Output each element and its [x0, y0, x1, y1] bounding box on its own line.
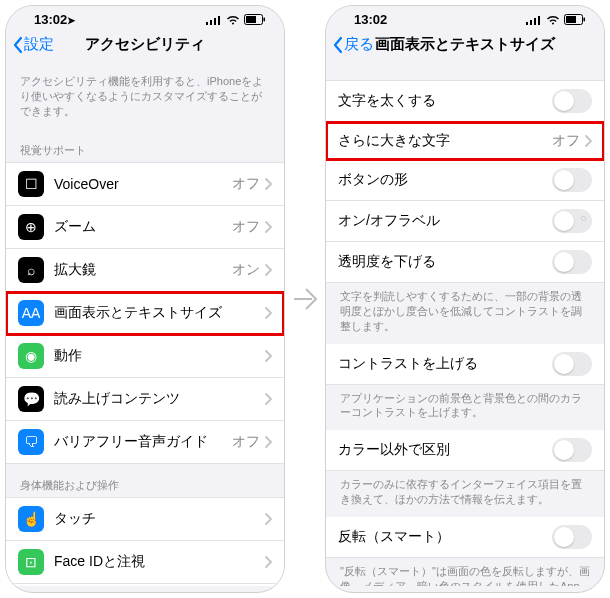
chevron-right-icon [264, 264, 272, 276]
row-label: 文字を太くする [338, 92, 552, 110]
settings-row[interactable]: ⌕拡大鏡オン [6, 249, 284, 292]
settings-row[interactable]: 💬読み上げコンテンツ [6, 378, 284, 421]
signal-icon [206, 15, 222, 25]
settings-row[interactable]: ☐VoiceOverオフ [6, 162, 284, 206]
row-label: 透明度を下げる [338, 253, 552, 271]
mag-icon: ⌕ [18, 257, 44, 283]
chevron-left-icon [332, 36, 344, 54]
row-value: オン [232, 261, 260, 279]
svg-rect-13 [584, 18, 586, 22]
back-label: 設定 [24, 35, 54, 54]
row-label: ズーム [54, 218, 232, 236]
status-bar: 13:02➤ [6, 6, 284, 29]
left-content: アクセシビリティ機能を利用すると、iPhoneをより使いやすくなるようにカスタマ… [6, 62, 284, 586]
phone-right: 13:02 戻る 画面表示とテキストサイズ 文字を太くするさらに大きな文字オフボ… [325, 5, 605, 593]
row-label: 拡大鏡 [54, 261, 232, 279]
chevron-right-icon [264, 178, 272, 190]
chevron-right-icon [264, 350, 272, 362]
settings-row[interactable]: コントラストを上げる [326, 344, 604, 385]
row-label: 画面表示とテキストサイズ [54, 304, 264, 322]
chevron-right-icon [264, 221, 272, 233]
settings-row[interactable]: さらに大きな文字オフ [326, 122, 604, 160]
status-time: 13:02➤ [34, 12, 75, 27]
row-label: VoiceOver [54, 176, 232, 192]
row-value: オフ [232, 433, 260, 451]
toggle-switch[interactable] [552, 352, 592, 376]
svg-rect-3 [218, 16, 220, 25]
row-label: コントラストを上げる [338, 355, 552, 373]
back-button[interactable]: 戻る [332, 35, 374, 54]
settings-row[interactable]: 反転（スマート） [326, 517, 604, 558]
settings-row[interactable]: ⊞スイッチコントロールオフ [6, 584, 284, 586]
nav-bar: 戻る 画面表示とテキストサイズ [326, 29, 604, 62]
wifi-icon [546, 15, 560, 25]
settings-row[interactable]: ⊕ズームオフ [6, 206, 284, 249]
arrow-right-icon [292, 281, 318, 317]
toggle-switch[interactable] [552, 209, 592, 233]
settings-row[interactable]: ◉動作 [6, 335, 284, 378]
toggle-switch[interactable] [552, 438, 592, 462]
settings-row[interactable]: 文字を太くする [326, 80, 604, 122]
arrow-between [291, 281, 319, 317]
nav-title: アクセシビリティ [85, 35, 205, 54]
toggle-switch[interactable] [552, 250, 592, 274]
status-indicators [526, 14, 586, 25]
chevron-right-icon [264, 393, 272, 405]
row-label: タッチ [54, 510, 264, 528]
row-value: オフ [232, 218, 260, 236]
row-label: さらに大きな文字 [338, 132, 552, 150]
back-button[interactable]: 設定 [12, 35, 54, 54]
row-value: オフ [232, 175, 260, 193]
audiodesc-icon: 🗨 [18, 429, 44, 455]
chevron-right-icon [264, 307, 272, 319]
row-label: 反転（スマート） [338, 528, 552, 546]
status-indicators [206, 14, 266, 25]
section-footer: "反転（スマート）"は画面の色を反転しますが、画像、メディア、暗い色のスタイルを… [326, 558, 604, 586]
row-label: バリアフリー音声ガイド [54, 433, 232, 451]
settings-row[interactable]: ボタンの形 [326, 160, 604, 201]
settings-row[interactable]: 🗨バリアフリー音声ガイドオフ [6, 421, 284, 464]
settings-row[interactable]: カラー以外で区別 [326, 430, 604, 471]
status-time: 13:02 [354, 12, 387, 27]
settings-row[interactable]: ☝タッチ [6, 497, 284, 541]
chevron-left-icon [12, 36, 24, 54]
svg-rect-0 [206, 22, 208, 25]
settings-row[interactable]: 透明度を下げる [326, 242, 604, 283]
svg-rect-12 [566, 16, 576, 23]
svg-rect-5 [246, 16, 256, 23]
faceid-icon: ⊡ [18, 549, 44, 575]
intro-text: アクセシビリティ機能を利用すると、iPhoneをより使いやすくなるようにカスタマ… [6, 62, 284, 129]
settings-row[interactable]: AA画面表示とテキストサイズ [6, 292, 284, 335]
phone-left: 13:02➤ 設定 アクセシビリティ アクセシビリティ機能を利用すると、iPho… [5, 5, 285, 593]
chevron-right-icon [264, 556, 272, 568]
row-label: 動作 [54, 347, 264, 365]
toggle-switch[interactable] [552, 168, 592, 192]
nav-title: 画面表示とテキストサイズ [375, 35, 555, 54]
row-label: ボタンの形 [338, 171, 552, 189]
svg-rect-9 [534, 18, 536, 25]
wifi-icon [226, 15, 240, 25]
section-header-physical: 身体機能および操作 [6, 464, 284, 497]
back-label: 戻る [344, 35, 374, 54]
zoom-icon: ⊕ [18, 214, 44, 240]
chevron-right-icon [264, 436, 272, 448]
settings-row[interactable]: オン/オフラベル [326, 201, 604, 242]
display-icon: AA [18, 300, 44, 326]
settings-row[interactable]: ⊡Face IDと注視 [6, 541, 284, 584]
toggle-switch[interactable] [552, 525, 592, 549]
svg-rect-1 [210, 20, 212, 25]
touch-icon: ☝ [18, 506, 44, 532]
battery-icon [564, 14, 586, 25]
section-footer: 文字を判読しやすくするために、一部の背景の透明度とぼかし度合いを低減してコントラ… [326, 283, 604, 344]
status-bar: 13:02 [326, 6, 604, 29]
svg-rect-8 [530, 20, 532, 25]
chevron-right-icon [264, 513, 272, 525]
right-content: 文字を太くするさらに大きな文字オフボタンの形オン/オフラベル透明度を下げる文字を… [326, 62, 604, 586]
section-footer: カラーのみに依存するインターフェイス項目を置き換えて、ほかの方法で情報を伝えます… [326, 471, 604, 517]
battery-icon [244, 14, 266, 25]
toggle-switch[interactable] [552, 89, 592, 113]
section-header-vision: 視覚サポート [6, 129, 284, 162]
signal-icon [526, 15, 542, 25]
vo-icon: ☐ [18, 171, 44, 197]
row-label: Face IDと注視 [54, 553, 264, 571]
